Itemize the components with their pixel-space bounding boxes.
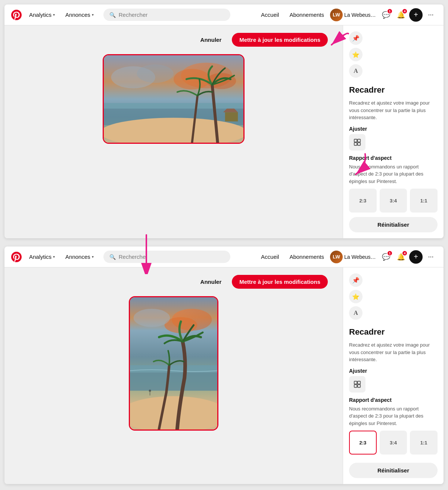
notif-badge: 4	[402, 8, 408, 14]
more-button[interactable]: ···	[424, 8, 438, 22]
analytics-menu-2[interactable]: Analytics ▾	[25, 251, 59, 262]
sidebar-1: 📌 ⭐ A Recadrer Recadrez et ajustez votre…	[343, 25, 444, 238]
main-area-2: Annuler Mettre à jour les modifications	[4, 267, 444, 484]
svg-rect-31	[358, 381, 360, 384]
svg-line-10	[192, 96, 197, 143]
user-name[interactable]: La Webeuse ...	[344, 12, 378, 18]
aspect-ratio-grid-1: 2:3 3:4 1:1	[349, 189, 438, 213]
nav-links-2: Accueil Abonnements LW La Webeuse ... 💬 …	[256, 250, 438, 264]
svg-line-9	[212, 85, 218, 143]
accueil-link[interactable]: Accueil	[256, 9, 283, 20]
user-section-2: LW La Webeuse ...	[330, 251, 378, 263]
notification-button-2[interactable]: 🔔 4	[394, 250, 408, 264]
text-icon-btn[interactable]: A	[349, 64, 363, 78]
analytics-chevron-2: ▾	[53, 255, 55, 259]
accueil-link-2[interactable]: Accueil	[256, 251, 283, 262]
star-icon-btn[interactable]: ⭐	[349, 48, 363, 61]
chat-button-2[interactable]: 💬 1	[379, 250, 393, 264]
text-icon-btn-2[interactable]: A	[349, 306, 363, 320]
svg-point-5	[137, 65, 174, 83]
chat-badge-2: 1	[387, 250, 393, 256]
ratio-2-3-btn-2[interactable]: 2:3	[349, 431, 377, 455]
recadrer-desc: Recadrez et ajustez votre image pour vou…	[349, 99, 438, 121]
user-name-2[interactable]: La Webeuse ...	[344, 254, 378, 260]
pin-icon-btn[interactable]: 📌	[349, 31, 363, 45]
main-area-1: Annuler Mettre à jour les modifications	[4, 25, 444, 238]
svg-rect-7	[104, 103, 243, 109]
analytics-menu[interactable]: Analytics ▾	[25, 9, 59, 20]
cancel-button-2[interactable]: Annuler	[195, 276, 228, 288]
ratio-1-1-btn-2[interactable]: 1:1	[410, 431, 438, 455]
ratio-3-4-btn-2[interactable]: 3:4	[380, 431, 407, 455]
add-button[interactable]: +	[409, 8, 423, 22]
reset-button-1[interactable]: Réinitialiser	[349, 217, 438, 232]
action-bar-2: Annuler Mettre à jour les modifications	[195, 275, 328, 289]
aspect-ratio-grid-2: 2:3 3:4 1:1	[349, 431, 438, 455]
update-button-2[interactable]: Mettre à jour les modifications	[232, 275, 328, 289]
search-input[interactable]	[119, 12, 224, 18]
svg-point-27	[149, 390, 151, 392]
avatar-2[interactable]: LW	[330, 251, 343, 263]
adjust-section-2: Ajuster	[349, 368, 438, 393]
left-content-2: Annuler Mettre à jour les modifications	[4, 267, 343, 484]
svg-rect-13	[354, 142, 357, 145]
svg-point-8	[104, 118, 243, 143]
analytics-chevron: ▾	[53, 13, 55, 17]
search-icon: 🔍	[109, 12, 116, 18]
reset-button-2[interactable]: Réinitialiser	[349, 463, 438, 478]
star-icon-btn-2[interactable]: ⭐	[349, 290, 363, 303]
search-container: 🔍	[103, 9, 230, 21]
recadrer-desc-2: Recadrez et ajustez votre image pour vou…	[349, 341, 438, 363]
pinterest-logo[interactable]	[10, 9, 22, 21]
add-button-2[interactable]: +	[409, 250, 423, 264]
more-button-2[interactable]: ···	[424, 250, 438, 264]
svg-rect-29	[354, 381, 357, 384]
search-input-2[interactable]	[119, 254, 224, 260]
pin-icon-btn-2[interactable]: 📌	[349, 273, 363, 287]
ratio-1-1-btn-1[interactable]: 1:1	[410, 189, 438, 213]
sidebar-2: 📌 ⭐ A Recadrer Recadrez et ajustez votre…	[343, 267, 444, 484]
svg-rect-11	[225, 112, 238, 122]
cancel-button-1[interactable]: Annuler	[195, 34, 228, 46]
annonces-menu[interactable]: Annonces ▾	[62, 9, 97, 20]
update-button-1[interactable]: Mettre à jour les modifications	[232, 33, 328, 47]
pinterest-logo-2[interactable]	[10, 251, 22, 263]
svg-point-26	[130, 396, 217, 429]
ratio-2-3-btn-1[interactable]: 2:3	[349, 189, 377, 213]
chat-badge: 1	[387, 8, 393, 14]
search-icon-2: 🔍	[109, 254, 116, 260]
chat-button[interactable]: 💬 1	[379, 8, 393, 22]
notification-button[interactable]: 🔔 4	[394, 8, 408, 22]
beach-image	[104, 55, 243, 143]
navbar-1: Analytics ▾ Annonces ▾ 🔍 Accueil Abonnem…	[4, 4, 444, 25]
svg-rect-14	[358, 139, 360, 142]
svg-point-1	[181, 63, 233, 89]
recadrer-title: Recadrer	[349, 85, 438, 95]
recadrer-title-2: Recadrer	[349, 327, 438, 337]
abonnements-link-2[interactable]: Abonnements	[285, 251, 329, 262]
image-portrait	[129, 296, 218, 431]
adjust-button-2[interactable]	[349, 376, 365, 393]
svg-rect-30	[354, 384, 357, 387]
aspect-section: Rapport d'aspect Nous recommandons un ra…	[349, 155, 438, 213]
action-bar-1: Annuler Mettre à jour les modifications	[195, 33, 328, 47]
annonces-menu-2[interactable]: Annonces ▾	[62, 251, 97, 262]
svg-rect-12	[354, 139, 357, 142]
left-content-1: Annuler Mettre à jour les modifications	[4, 25, 343, 238]
beach-image-portrait	[130, 297, 217, 429]
ratio-3-4-btn-1[interactable]: 3:4	[380, 189, 407, 213]
annonces-chevron: ▾	[92, 13, 94, 17]
search-container-2: 🔍	[103, 251, 230, 263]
svg-point-3	[207, 73, 236, 89]
abonnements-link[interactable]: Abonnements	[285, 9, 329, 20]
aspect-section-2: Rapport d'aspect Nous recommandons un ra…	[349, 397, 438, 455]
user-section: LW La Webeuse ...	[330, 9, 378, 21]
adjust-button[interactable]	[349, 134, 365, 151]
nav-links: Accueil Abonnements LW La Webeuse ... 💬 …	[256, 8, 438, 22]
notif-badge-2: 4	[402, 250, 408, 256]
adjust-section: Ajuster	[349, 126, 438, 151]
svg-rect-6	[104, 103, 243, 125]
avatar[interactable]: LW	[330, 9, 343, 21]
svg-point-4	[111, 66, 155, 89]
svg-rect-32	[358, 384, 360, 387]
